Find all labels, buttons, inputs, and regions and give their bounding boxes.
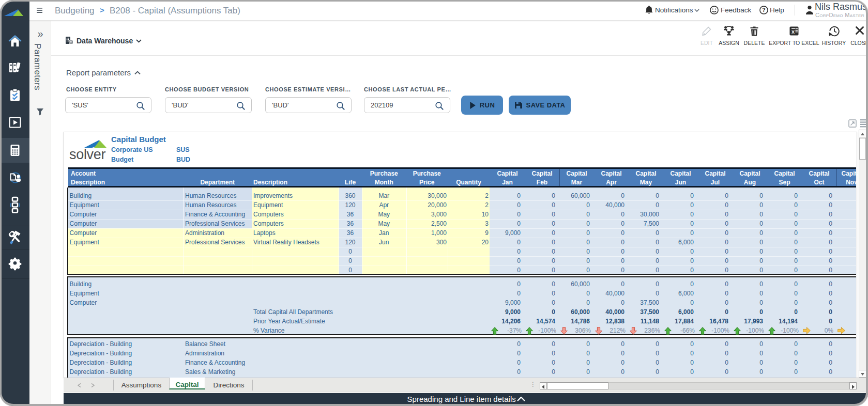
svg-text:x: x xyxy=(791,28,795,35)
svg-text:?: ? xyxy=(762,7,765,13)
